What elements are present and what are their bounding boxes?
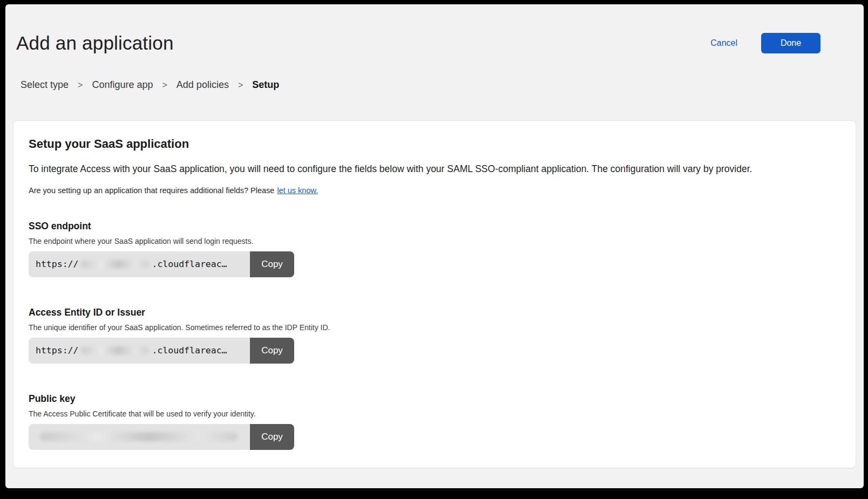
sso-endpoint-label: SSO endpoint [29, 221, 840, 232]
breadcrumb-step-configure-app[interactable]: Configure app [92, 79, 153, 91]
sso-endpoint-section: SSO endpoint The endpoint where your Saa… [29, 221, 840, 277]
sso-endpoint-value-suffix: .cloudflareac… [152, 259, 227, 269]
entity-id-description: The unique identifier of your SaaS appli… [29, 323, 840, 332]
entity-id-copy-button[interactable]: Copy [250, 338, 294, 364]
entity-id-value: https:// .cloudflareac… [29, 338, 250, 364]
done-button[interactable]: Done [761, 33, 820, 53]
sso-endpoint-field: https:// .cloudflareac… Copy [29, 251, 294, 277]
breadcrumb-step-select-type[interactable]: Select type [21, 79, 69, 91]
sso-endpoint-value-prefix: https:// [36, 259, 78, 269]
entity-id-label: Access Entity ID or Issuer [29, 307, 840, 318]
page-title: Add an application [16, 32, 174, 54]
breadcrumb: Select type > Configure app > Add polici… [21, 79, 864, 91]
window-frame: Add an application Cancel Done Select ty… [0, 0, 868, 499]
setup-card: Setup your SaaS application To integrate… [13, 120, 856, 468]
page-header: Add an application Cancel Done [5, 4, 864, 54]
public-key-value [29, 424, 250, 450]
redacted-value [81, 346, 149, 354]
add-application-page: Add an application Cancel Done Select ty… [5, 4, 864, 488]
entity-id-value-prefix: https:// [36, 345, 78, 356]
sso-endpoint-copy-button[interactable]: Copy [250, 251, 294, 277]
sso-endpoint-value: https:// .cloudflareac… [29, 251, 250, 277]
breadcrumb-step-setup[interactable]: Setup [252, 79, 279, 91]
sso-endpoint-description: The endpoint where your SaaS application… [29, 237, 840, 245]
cancel-button[interactable]: Cancel [710, 38, 737, 48]
breadcrumb-separator: > [238, 80, 243, 90]
public-key-description: The Access Public Certificate that will … [29, 409, 840, 418]
breadcrumb-separator: > [78, 80, 83, 90]
card-intro: To integrate Access with your SaaS appli… [29, 163, 840, 176]
public-key-field: Copy [29, 424, 294, 450]
redacted-value [40, 432, 238, 441]
let-us-know-link[interactable]: let us know. [277, 186, 318, 195]
public-key-label: Public key [29, 393, 840, 405]
entity-id-section: Access Entity ID or Issuer The unique id… [29, 307, 840, 364]
header-actions: Cancel Done [710, 33, 820, 53]
card-heading: Setup your SaaS application [29, 137, 840, 151]
entity-id-field: https:// .cloudflareac… Copy [29, 338, 294, 364]
redacted-value [81, 260, 149, 268]
card-note-text: Are you setting up an application that r… [29, 186, 274, 195]
breadcrumb-separator: > [162, 80, 167, 90]
breadcrumb-step-add-policies[interactable]: Add policies [177, 79, 229, 91]
public-key-section: Public key The Access Public Certificate… [29, 393, 840, 450]
public-key-copy-button[interactable]: Copy [250, 424, 294, 450]
card-note: Are you setting up an application that r… [29, 186, 840, 195]
entity-id-value-suffix: .cloudflareac… [152, 345, 227, 356]
